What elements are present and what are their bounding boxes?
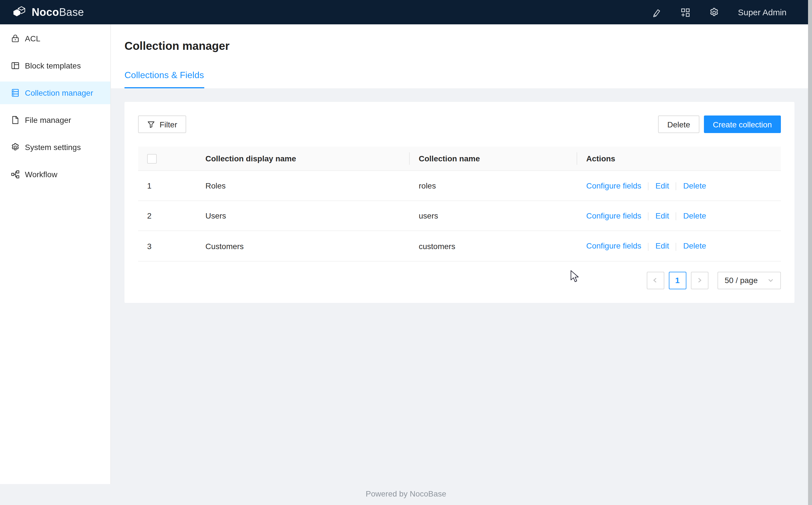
filter-button[interactable]: Filter <box>138 116 186 133</box>
page-size-select[interactable]: 50 / page <box>717 272 781 289</box>
create-collection-button-label: Create collection <box>713 120 772 129</box>
column-header-actions: Actions <box>577 147 781 171</box>
page-header: Collection manager Collections & Fields <box>111 24 808 88</box>
table-row[interactable]: 3 Customers customers Configure fieldsEd… <box>138 231 781 261</box>
plugin-add-icon[interactable] <box>680 7 690 17</box>
delete-link[interactable]: Delete <box>683 211 706 220</box>
lock-icon <box>11 34 20 43</box>
divider <box>676 182 676 190</box>
column-header-collection-name: Collection name <box>410 147 577 171</box>
pagination-next-button[interactable] <box>691 272 708 289</box>
select-all-checkbox[interactable] <box>147 154 157 164</box>
chevron-left-icon <box>652 278 658 283</box>
ui-editor-pen-icon[interactable] <box>651 7 661 17</box>
tab-bar: Collections & Fields <box>124 70 204 88</box>
row-index: 3 <box>138 231 196 261</box>
table-toolbar: Filter Delete Create collection <box>138 116 781 133</box>
table-row[interactable]: 2 Users users Configure fieldsEditDelete <box>138 201 781 231</box>
settings-gear-icon[interactable] <box>709 7 719 17</box>
delete-button[interactable]: Delete <box>658 116 700 133</box>
sidebar-item-label: File manager <box>25 116 71 125</box>
sidebar-item-acl[interactable]: ACL <box>0 27 110 50</box>
chevron-down-icon <box>768 278 774 283</box>
edit-link[interactable]: Edit <box>655 241 669 250</box>
database-icon <box>11 88 20 98</box>
cell-actions: Configure fieldsEditDelete <box>577 201 781 231</box>
user-menu[interactable]: Super Admin <box>738 7 787 17</box>
sidebar-item-system-settings[interactable]: System settings <box>0 136 110 159</box>
brand-light: Base <box>59 6 84 18</box>
divider <box>648 182 649 190</box>
gear-icon <box>11 143 20 152</box>
collections-card: Filter Delete Create collection <box>124 102 794 303</box>
sidebar-item-label: Collection manager <box>25 88 93 98</box>
settings-sidebar: ACL Block templates Collection manager <box>0 24 111 484</box>
sidebar-item-block-templates[interactable]: Block templates <box>0 54 110 77</box>
table-header-row: Collection display name Collection name … <box>138 147 781 171</box>
table-row[interactable]: 1 Roles roles Configure fieldsEditDelete <box>138 171 781 201</box>
powered-by-footer: Powered by NocoBase <box>0 489 812 498</box>
sidebar-item-file-manager[interactable]: File manager <box>0 109 110 131</box>
column-header-display-name: Collection display name <box>196 147 410 171</box>
nocobase-logo-icon <box>12 5 27 19</box>
sidebar-item-label: Workflow <box>25 170 57 179</box>
vertical-scrollbar[interactable] <box>808 0 812 505</box>
tab-collections-and-fields[interactable]: Collections & Fields <box>124 70 204 88</box>
cell-collection-name: users <box>410 201 577 231</box>
main-area: Collection manager Collections & Fields … <box>111 24 808 505</box>
pagination-prev-button[interactable] <box>646 272 664 289</box>
delete-button-label: Delete <box>667 120 690 129</box>
layout-icon <box>11 61 20 70</box>
brand[interactable]: NocoBase <box>12 5 84 19</box>
delete-link[interactable]: Delete <box>683 241 706 250</box>
delete-link[interactable]: Delete <box>683 181 706 190</box>
configure-fields-link[interactable]: Configure fields <box>586 241 641 250</box>
divider <box>676 212 676 220</box>
filter-funnel-icon <box>147 120 155 128</box>
edit-link[interactable]: Edit <box>655 211 669 220</box>
page-title: Collection manager <box>124 24 794 54</box>
brand-text: NocoBase <box>32 6 84 18</box>
collections-table: Collection display name Collection name … <box>138 147 781 261</box>
cell-actions: Configure fieldsEditDelete <box>577 171 781 201</box>
sidebar-item-collection-manager[interactable]: Collection manager <box>0 81 110 104</box>
cell-actions: Configure fieldsEditDelete <box>577 231 781 261</box>
sidebar-item-label: ACL <box>25 34 40 43</box>
cell-collection-name: customers <box>410 231 577 261</box>
divider <box>676 242 676 250</box>
pagination: 1 50 / page <box>138 272 781 289</box>
pagination-page-1[interactable]: 1 <box>668 272 686 289</box>
row-index: 1 <box>138 171 196 201</box>
sidebar-item-label: Block templates <box>25 61 81 70</box>
cell-collection-name: roles <box>410 171 577 201</box>
divider <box>648 212 649 220</box>
select-all-header-cell <box>138 147 196 171</box>
cell-display-name: Users <box>196 201 410 231</box>
brand-bold: Noco <box>32 6 59 18</box>
divider <box>648 242 649 250</box>
toolbar-right: Delete Create collection <box>658 116 781 133</box>
topbar-actions: Super Admin <box>651 7 787 17</box>
content-area: Filter Delete Create collection <box>111 88 808 316</box>
cell-display-name: Customers <box>196 231 410 261</box>
configure-fields-link[interactable]: Configure fields <box>586 181 641 190</box>
sidebar-item-workflow[interactable]: Workflow <box>0 163 110 186</box>
workflow-icon <box>11 170 20 179</box>
row-index: 2 <box>138 201 196 231</box>
top-bar: NocoBase Super Admin <box>0 0 812 24</box>
sidebar-item-label: System settings <box>25 143 81 152</box>
page-size-value: 50 / page <box>725 276 758 285</box>
configure-fields-link[interactable]: Configure fields <box>586 211 641 220</box>
filter-button-label: Filter <box>160 120 177 129</box>
cell-display-name: Roles <box>196 171 410 201</box>
file-icon <box>11 116 20 125</box>
chevron-right-icon <box>697 278 702 283</box>
create-collection-button[interactable]: Create collection <box>704 116 781 133</box>
edit-link[interactable]: Edit <box>655 181 669 190</box>
app-root: NocoBase Super Admin <box>0 0 812 505</box>
